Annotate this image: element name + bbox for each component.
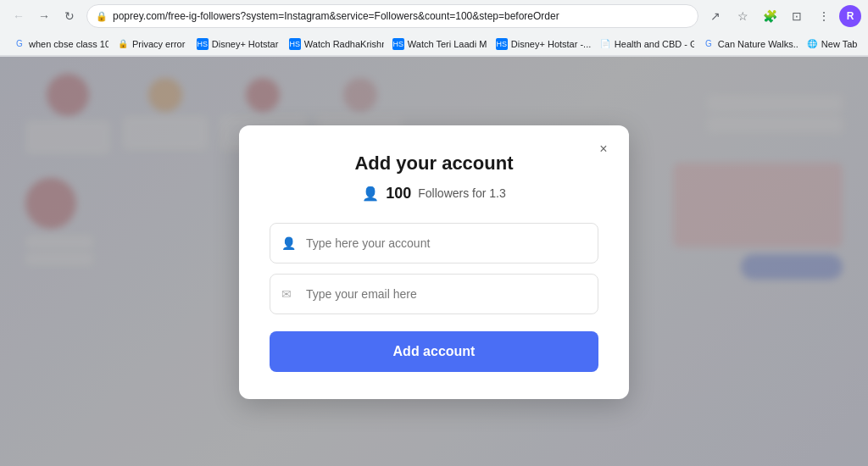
share-button[interactable]: ↗ (704, 4, 727, 28)
browser-chrome: ← → ↻ 🔒 poprey.com/free-ig-followers?sys… (0, 0, 868, 57)
bookmark-nature[interactable]: G Can Nature Walks... (696, 36, 798, 52)
bookmark-health-icon: 📄 (599, 38, 611, 50)
email-input-icon: ✉ (281, 287, 292, 301)
bookmark-radha-icon: HS (289, 38, 301, 50)
profile-button[interactable]: R (839, 5, 861, 27)
nav-buttons: ← → ↻ (7, 4, 81, 28)
email-input-wrapper: ✉ (270, 274, 598, 314)
followers-icon: 👤 (362, 186, 379, 202)
bookmark-privacy-label: Privacy error (132, 39, 185, 49)
bookmark-hotstar1-label: Disney+ Hotstar (212, 39, 279, 49)
bookmark-hotstar1-icon: HS (197, 38, 209, 50)
reload-button[interactable]: ↻ (58, 4, 81, 28)
account-input[interactable] (270, 223, 598, 264)
bookmark-privacy[interactable]: 🔒 Privacy error (110, 36, 188, 52)
bookmark-privacy-icon: 🔒 (117, 38, 129, 50)
toolbar-actions: ↗ ☆ 🧩 ⊡ ⋮ R (704, 4, 861, 28)
bookmark-radha[interactable]: HS Watch RadhaKrishn... (282, 36, 384, 52)
back-button[interactable]: ← (7, 4, 31, 28)
modal-close-button[interactable]: × (592, 137, 615, 161)
bookmark-button[interactable]: ☆ (731, 4, 754, 28)
bookmark-cbse-icon: G (14, 38, 25, 50)
address-bar[interactable]: 🔒 poprey.com/free-ig-followers?system=In… (86, 4, 698, 28)
bookmark-newtab-icon: 🌐 (806, 38, 818, 50)
modal-title: Add your account (270, 153, 598, 175)
bookmark-teri-label: Watch Teri Laadi M... (408, 39, 487, 49)
bookmark-teri[interactable]: HS Watch Teri Laadi M... (386, 36, 487, 52)
add-account-button[interactable]: Add account (270, 331, 598, 372)
account-input-icon: 👤 (281, 236, 296, 250)
page-content: × Add your account 👤 100 Followers for 1… (0, 57, 868, 466)
bookmark-newtab-label: New Tab (821, 39, 858, 49)
lock-icon: 🔒 (96, 11, 108, 22)
more-button[interactable]: ⊡ (785, 4, 809, 28)
bookmark-teri-icon: HS (392, 38, 404, 50)
extensions-button[interactable]: 🧩 (758, 4, 782, 28)
modal-subtitle: 👤 100 Followers for 1.3 (270, 185, 598, 202)
bookmark-nature-icon: G (703, 38, 715, 50)
modal-overlay: × Add your account 👤 100 Followers for 1… (0, 57, 868, 466)
followers-count: 100 (386, 185, 411, 202)
browser-toolbar: ← → ↻ 🔒 poprey.com/free-ig-followers?sys… (0, 0, 868, 32)
bookmark-hotstar1[interactable]: HS Disney+ Hotstar (190, 36, 281, 52)
followers-label: Followers for 1.3 (418, 186, 505, 200)
menu-button[interactable]: ⋮ (812, 4, 836, 28)
bookmark-hotstar2-icon: HS (496, 38, 508, 50)
bookmark-hotstar2-label: Disney+ Hotstar -... (511, 39, 591, 49)
bookmark-cbse[interactable]: G when cbse class 10... (7, 36, 108, 52)
account-input-wrapper: 👤 (270, 223, 598, 264)
forward-button[interactable]: → (32, 4, 56, 28)
bookmarks-bar: G when cbse class 10... 🔒 Privacy error … (0, 32, 868, 56)
email-input[interactable] (270, 274, 598, 314)
bookmark-cbse-label: when cbse class 10... (29, 39, 108, 49)
add-account-modal: × Add your account 👤 100 Followers for 1… (239, 125, 629, 399)
bookmark-hotstar2[interactable]: HS Disney+ Hotstar -... (489, 36, 591, 52)
bookmark-nature-label: Can Nature Walks... (718, 39, 798, 49)
url-text: poprey.com/free-ig-followers?system=Inst… (113, 10, 689, 22)
bookmark-health[interactable]: 📄 Health and CBD - G... (593, 36, 694, 52)
bookmark-radha-label: Watch RadhaKrishn... (304, 39, 384, 49)
bookmark-health-label: Health and CBD - G... (615, 39, 694, 49)
bookmark-newtab[interactable]: 🌐 New Tab (799, 36, 861, 52)
